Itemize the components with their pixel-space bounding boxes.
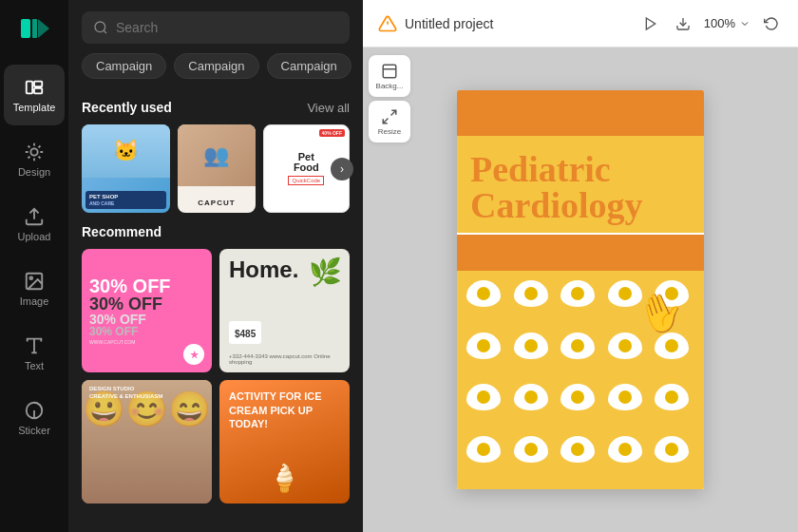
canvas-title-section: PediatricCardiology — [457, 136, 704, 233]
egg-9 — [608, 332, 642, 359]
sidebar-item-image-label: Image — [20, 295, 49, 307]
recently-used-title: Recently used — [82, 100, 172, 115]
sidebar-item-upload[interactable]: Upload — [4, 194, 65, 255]
app-logo[interactable] — [15, 10, 53, 48]
background-tool-btn[interactable]: Backg... — [369, 55, 410, 97]
zoom-control[interactable]: 100% — [704, 16, 750, 30]
egg-15 — [655, 384, 689, 410]
egg-3 — [560, 280, 595, 307]
sidebar-item-template[interactable]: Template — [4, 65, 65, 125]
canvas-area: PediatricCardiology — [363, 48, 798, 532]
home-plant-icon: 🌿 — [309, 256, 342, 288]
alert-icon — [378, 14, 397, 33]
svg-marker-2 — [38, 19, 49, 38]
canvas-main-title: PediatricCardiology — [470, 151, 691, 223]
sidebar-item-sticker[interactable]: Sticker — [4, 388, 65, 448]
egg-20 — [655, 436, 689, 463]
background-tool-label: Backg... — [376, 82, 404, 90]
sale-text-2: 30% OFF — [89, 295, 204, 313]
sale-small-text: WWW.CAPCUT.COM — [89, 339, 135, 345]
rec-card-sale[interactable]: 30% OFF 30% OFF 30% OFF 30% OFF ★ WWW.CA… — [82, 249, 212, 372]
design-studio-label: DESIGN STUDIOCREATIVE & ENTHUSIASM — [89, 386, 162, 401]
play-button[interactable] — [639, 12, 662, 35]
search-bar[interactable] — [82, 11, 350, 44]
icecream-title-text: ACTIVITY FOR ICE CREAM PICK UP TODAY! — [229, 390, 340, 430]
egg-2 — [514, 280, 548, 307]
svg-rect-3 — [27, 82, 32, 94]
egg-7 — [514, 332, 548, 359]
recommend-title: Recommend — [82, 224, 162, 239]
svg-rect-0 — [21, 19, 30, 38]
sale-text-1: 30% OFF — [89, 276, 204, 295]
svg-line-20 — [391, 110, 396, 115]
recently-used-header: Recently used View all — [82, 100, 350, 115]
search-bar-container — [68, 0, 363, 53]
editor-panel: Untitled project 100% — [363, 0, 798, 532]
recommend-grid: 30% OFF 30% OFF 30% OFF 30% OFF ★ WWW.CA… — [82, 249, 350, 504]
svg-line-21 — [383, 118, 388, 123]
canvas-lower: ✋ — [457, 271, 704, 489]
rec-card-people[interactable]: 😀😊😄 DESIGN STUDIOCREATIVE & ENTHUSIASM — [82, 380, 212, 504]
egg-14 — [608, 384, 642, 410]
svg-marker-17 — [646, 18, 655, 29]
tag-campaign-2[interactable]: Campaign — [174, 53, 258, 79]
view-all-link[interactable]: View all — [307, 101, 350, 115]
sidebar-item-template-label: Template — [13, 102, 56, 113]
egg-18 — [560, 436, 595, 463]
egg-13 — [560, 384, 595, 410]
panel-content: Recently used View all 🐱 PET SHOP AND CA… — [68, 88, 363, 532]
canvas-document[interactable]: PediatricCardiology — [457, 90, 704, 489]
editor-toolbar: Untitled project 100% — [363, 0, 798, 48]
resize-tool-label: Resize — [378, 127, 401, 136]
home-small-text: +332-444-3343 www.capcut.com Online shop… — [229, 353, 350, 365]
rec-card-home[interactable]: 🌿 Home. $485 +332-444-3343 www.capcut.co… — [219, 249, 350, 372]
svg-point-9 — [29, 276, 32, 279]
svg-point-13 — [95, 22, 105, 32]
sidebar-item-upload-label: Upload — [18, 231, 51, 242]
egg-16 — [466, 436, 501, 463]
recommend-header: Recommend — [82, 224, 350, 239]
egg-6 — [466, 332, 501, 359]
egg-8 — [560, 332, 595, 359]
svg-rect-1 — [32, 19, 37, 38]
svg-rect-4 — [34, 82, 42, 87]
undo-button[interactable] — [760, 12, 783, 35]
editor-side-tools: Backg... Resize — [363, 48, 416, 150]
search-input[interactable] — [116, 20, 338, 35]
sidebar-item-image[interactable]: Image — [4, 258, 65, 319]
canvas-top-bar — [457, 90, 704, 136]
project-title: Untitled project — [405, 16, 493, 31]
sidebar-item-sticker-label: Sticker — [18, 425, 50, 436]
recently-used-grid: 🐱 PET SHOP AND CARE 👥 CAPCUT — [82, 124, 350, 213]
svg-rect-5 — [34, 88, 42, 94]
toolbar-right: 100% — [639, 12, 783, 35]
recent-card-capcut[interactable]: 👥 CAPCUT — [178, 124, 255, 213]
resize-tool-btn[interactable]: Resize — [369, 101, 410, 142]
home-price: $485 — [235, 329, 256, 339]
recent-next-arrow[interactable]: › — [331, 158, 353, 180]
sidebar-item-text[interactable]: Text — [4, 323, 65, 384]
sidebar-item-design-label: Design — [18, 166, 50, 178]
egg-19 — [608, 436, 642, 463]
egg-12 — [514, 384, 548, 410]
egg-1 — [466, 280, 501, 307]
egg-11 — [466, 384, 501, 410]
svg-point-6 — [30, 148, 37, 155]
rec-card-icecream[interactable]: ACTIVITY FOR ICE CREAM PICK UP TODAY! 🍦 — [219, 380, 350, 504]
sidebar-item-text-label: Text — [25, 360, 44, 371]
canvas-bottom-bar — [457, 235, 704, 271]
sidebar-item-design[interactable]: Design — [4, 129, 65, 190]
search-icon — [93, 20, 108, 35]
zoom-value: 100% — [704, 16, 735, 30]
toolbar-left: Untitled project — [378, 14, 628, 33]
svg-rect-19 — [383, 65, 396, 78]
recent-card-pet-shop[interactable]: 🐱 PET SHOP AND CARE — [82, 124, 170, 213]
svg-line-14 — [104, 30, 106, 33]
left-navigation: Template Design Upload Image — [0, 0, 68, 532]
tag-campaign-3[interactable]: Campaign — [267, 53, 352, 79]
egg-17 — [514, 436, 548, 463]
tags-row: Campaign Campaign Campaign — [68, 53, 363, 88]
tag-campaign-1[interactable]: Campaign — [82, 53, 166, 79]
template-panel: Campaign Campaign Campaign Recently used… — [68, 0, 363, 532]
download-button[interactable] — [672, 12, 694, 35]
